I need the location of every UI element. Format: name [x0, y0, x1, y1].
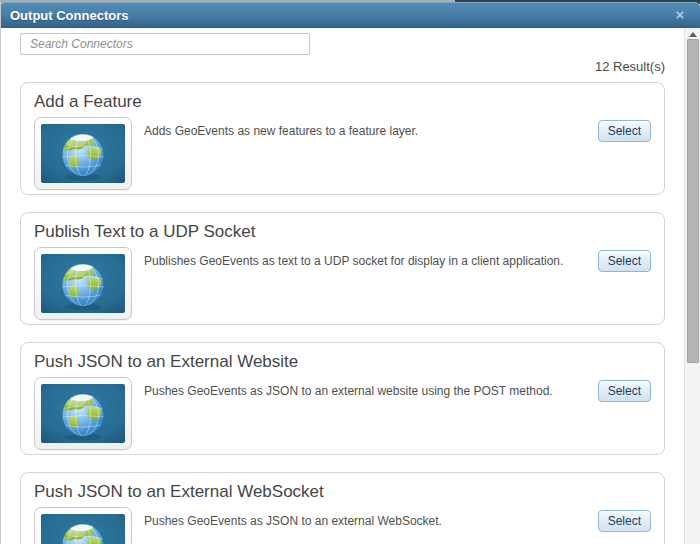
dialog-titlebar: Output Connectors × — [0, 2, 700, 28]
connector-title: Push JSON to an External Website — [34, 351, 651, 373]
vertical-scrollbar[interactable] — [684, 28, 700, 544]
select-button[interactable]: Select — [598, 380, 651, 402]
scrollbar-thumb[interactable] — [687, 39, 699, 363]
connector-description: Pushes GeoEvents as JSON to an external … — [132, 507, 598, 529]
select-button[interactable]: Select — [598, 510, 651, 532]
close-icon[interactable]: × — [671, 6, 689, 24]
connector-thumbnail — [34, 507, 132, 544]
globe-icon — [41, 124, 125, 183]
select-button[interactable]: Select — [598, 120, 651, 142]
globe-icon — [41, 384, 125, 443]
connector-description: Adds GeoEvents as new features to a feat… — [132, 117, 598, 139]
up-arrow-icon — [689, 32, 697, 37]
connector-thumbnail — [34, 117, 132, 190]
select-button[interactable]: Select — [598, 250, 651, 272]
globe-icon — [41, 254, 125, 313]
connector-title: Publish Text to a UDP Socket — [34, 221, 651, 243]
connector-description: Publishes GeoEvents as text to a UDP soc… — [132, 247, 598, 269]
connector-title: Push JSON to an External WebSocket — [34, 481, 651, 503]
dialog-left-border — [0, 2, 1, 544]
search-input[interactable] — [20, 33, 310, 55]
dialog-title: Output Connectors — [0, 8, 128, 23]
connector-description: Pushes GeoEvents as JSON to an external … — [132, 377, 598, 399]
connector-title: Add a Feature — [34, 91, 651, 113]
dialog-body: 12 Result(s) Add a Feature Adds GeoEvent… — [1, 28, 684, 544]
connector-thumbnail — [34, 377, 132, 450]
connector-thumbnail — [34, 247, 132, 320]
connector-card: Publish Text to a UDP Socket Publishes G… — [20, 212, 665, 325]
connector-card: Add a Feature Adds GeoEvents as new feat… — [20, 82, 665, 195]
connector-card: Push JSON to an External Website Pushes … — [20, 342, 665, 455]
globe-icon — [41, 514, 125, 544]
results-count: 12 Result(s) — [20, 59, 665, 74]
connector-card: Push JSON to an External WebSocket Pushe… — [20, 472, 665, 544]
